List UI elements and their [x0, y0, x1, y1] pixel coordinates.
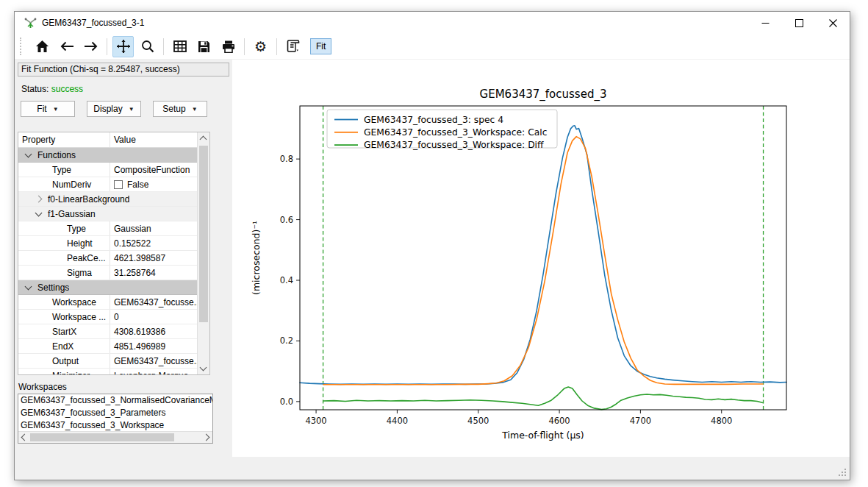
maximize-button[interactable]	[782, 12, 816, 34]
table-row[interactable]: NumDerivFalse	[18, 177, 198, 192]
back-arrow-icon	[60, 41, 74, 51]
property-value[interactable]: 31.258764	[110, 266, 198, 280]
chevron-down-icon[interactable]	[25, 282, 32, 290]
scrollbar-thumb[interactable]	[199, 146, 208, 322]
column-header-value: Value	[110, 132, 198, 147]
scroll-up-icon[interactable]	[200, 136, 207, 143]
property-label: Workspace ...	[52, 312, 106, 322]
table-row[interactable]: Workspace ...0	[18, 310, 198, 324]
property-value[interactable]: Gaussian	[110, 221, 198, 235]
table-row[interactable]: TypeGaussian	[18, 221, 198, 236]
pan-icon	[116, 39, 131, 54]
script-generator-icon	[286, 39, 301, 54]
table-row[interactable]: Height0.152522	[18, 236, 198, 251]
status-label: Status:	[21, 84, 49, 94]
table-row[interactable]: MinimizerLevenberg-Marqua...	[18, 369, 198, 374]
workspaces-label: Workspaces	[18, 382, 67, 392]
workspaces-list[interactable]: GEM63437_focussed_3_NormalisedCovariance…	[18, 394, 213, 444]
table-vertical-scrollbar[interactable]	[197, 132, 209, 374]
zoom-magnifier-icon	[141, 40, 154, 53]
print-button[interactable]	[218, 36, 239, 57]
scroll-right-icon[interactable]	[203, 434, 210, 441]
property-value[interactable]: False	[110, 177, 198, 191]
workspace-list-item[interactable]: GEM63437_focussed_3_Workspace	[18, 419, 212, 432]
property-label: Output	[52, 356, 79, 366]
toolbar-separator	[107, 38, 107, 55]
zoom-button[interactable]	[137, 36, 158, 57]
chevron-down-icon[interactable]	[35, 209, 43, 216]
table-row[interactable]: f0-LinearBackground	[18, 192, 198, 207]
print-icon	[222, 40, 235, 53]
property-value[interactable]: 0	[110, 310, 198, 324]
scrollbar-thumb[interactable]	[30, 433, 174, 441]
dock-title[interactable]: Fit Function (Chi-sq = 8.25487, success)	[18, 63, 229, 77]
table-row[interactable]: Sigma31.258764	[18, 266, 198, 280]
setup-menu-button[interactable]: Setup ▼	[153, 101, 207, 117]
property-label: StartX	[52, 327, 76, 337]
table-row[interactable]: WorkspaceGEM63437_focusse...	[18, 295, 198, 310]
plot-figure[interactable]: GEM63437_focussed_3Time-of-flight (μs)(m…	[232, 60, 850, 457]
back-button[interactable]	[56, 36, 77, 57]
y-tick-label: 0.0	[280, 397, 293, 407]
series-line	[323, 387, 763, 410]
fit-plot[interactable]: GEM63437_focussed_3Time-of-flight (μs)(m…	[232, 60, 850, 457]
pan-button[interactable]	[112, 36, 134, 57]
property-label: Sigma	[67, 268, 92, 278]
forward-button[interactable]	[80, 36, 101, 57]
grid-button[interactable]	[169, 36, 190, 57]
table-row[interactable]: PeakCe...4621.398587	[18, 251, 198, 266]
property-label: Type	[67, 224, 86, 234]
workspaces-horizontal-scrollbar[interactable]	[18, 431, 212, 443]
home-button[interactable]	[32, 36, 53, 57]
table-row[interactable]: Settings	[18, 280, 198, 295]
property-label: f0-LinearBackground	[48, 194, 129, 205]
minimize-icon	[761, 19, 770, 27]
y-tick-label: 0.6	[280, 215, 293, 225]
chevron-right-icon[interactable]	[35, 196, 43, 203]
plot-toolbar: ⚙ Fit	[15, 34, 850, 59]
table-row[interactable]: f1-Gaussian	[18, 207, 198, 221]
table-row[interactable]: TypeCompositeFunction	[18, 163, 198, 177]
table-row[interactable]: OutputGEM63437_focusse...	[18, 354, 198, 369]
home-icon	[35, 40, 49, 53]
toolbar-drag-handle[interactable]	[20, 38, 24, 55]
chevron-down-icon: ▼	[129, 106, 134, 113]
script-generator-button[interactable]	[282, 36, 304, 57]
property-label: Settings	[37, 282, 69, 293]
property-value[interactable]: GEM63437_focusse...	[110, 295, 198, 309]
table-row[interactable]: StartX4308.619386	[18, 324, 198, 339]
close-button[interactable]	[816, 12, 850, 34]
chevron-down-icon: ▼	[192, 106, 198, 113]
property-value[interactable]: 4308.619386	[110, 324, 198, 338]
x-tick-label: 4700	[630, 416, 651, 426]
settings-button[interactable]: ⚙	[250, 36, 271, 57]
fit-menu-button[interactable]: Fit ▼	[21, 101, 75, 117]
property-label: f1-Gaussian	[48, 209, 96, 219]
property-value[interactable]: GEM63437_focusse...	[110, 354, 198, 368]
display-menu-button[interactable]: Display ▼	[87, 101, 141, 117]
property-label: Functions	[37, 150, 76, 160]
fit-toolbar-button[interactable]: Fit	[310, 38, 331, 54]
workspace-list-item[interactable]: GEM63437_focussed_3_NormalisedCovariance…	[18, 394, 212, 407]
series-line	[323, 137, 763, 385]
checkbox[interactable]	[114, 180, 123, 189]
resize-grip[interactable]	[839, 469, 847, 477]
save-button[interactable]	[193, 36, 215, 57]
title-bar[interactable]: GEM63437_focussed_3-1	[15, 12, 850, 34]
workspace-list-item[interactable]: GEM63437_focussed_3_Parameters	[18, 407, 212, 419]
minimize-button[interactable]	[748, 12, 782, 34]
property-value[interactable]: 4851.496989	[110, 339, 198, 353]
property-value[interactable]: 4621.398587	[110, 251, 198, 265]
property-value[interactable]: 0.152522	[110, 236, 198, 250]
chevron-down-icon[interactable]	[25, 150, 32, 157]
table-row[interactable]: EndX4851.496989	[18, 339, 198, 354]
legend-entry: GEM63437_focussed_3_Workspace: Diff	[364, 140, 544, 150]
table-header-row: Property Value	[18, 132, 198, 148]
property-value[interactable]: CompositeFunction	[110, 163, 198, 177]
scroll-down-icon[interactable]	[200, 364, 207, 372]
scroll-left-icon[interactable]	[21, 434, 29, 441]
table-row[interactable]: Functions	[18, 148, 198, 163]
x-tick-label: 4800	[711, 416, 732, 426]
property-value[interactable]: Levenberg-Marqua...	[110, 369, 198, 374]
property-label: Height	[67, 238, 93, 249]
